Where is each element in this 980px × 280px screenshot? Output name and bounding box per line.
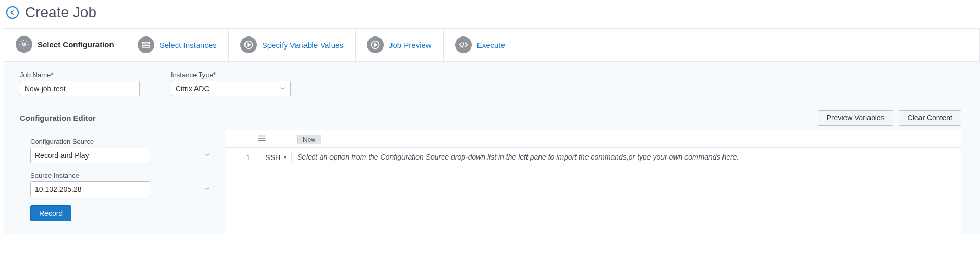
tab-label: Specify Variable Values <box>262 41 344 50</box>
form-group-job-name: Job Name* <box>20 71 140 96</box>
source-instance-select[interactable] <box>30 181 150 197</box>
chevron-down-icon <box>204 151 210 160</box>
job-name-label: Job Name* <box>20 71 140 79</box>
svg-rect-1 <box>142 42 149 44</box>
editor-tab-bar: New <box>226 130 961 148</box>
form-group-config-source: Configuration Source <box>30 138 215 163</box>
instance-type-label: Instance Type* <box>171 71 291 79</box>
page-title: Create Job <box>25 4 96 21</box>
editor-title: Configuration Editor <box>20 114 96 123</box>
editor-row: 1 SSH ▼ Select an option from the Config… <box>226 148 961 167</box>
arrow-left-icon <box>9 9 16 16</box>
back-button[interactable] <box>6 6 19 19</box>
editor-tab-new[interactable]: New <box>297 135 321 144</box>
record-button[interactable]: Record <box>30 205 71 221</box>
tab-label: Select Instances <box>160 41 217 50</box>
form-group-source-instance: Source Instance <box>30 172 215 197</box>
tab-specify-variable-values[interactable]: Specify Variable Values <box>229 29 356 61</box>
config-source-pane: Configuration Source Source Instance <box>20 130 226 234</box>
play-circle-icon <box>367 36 384 53</box>
play-circle-icon <box>240 36 257 53</box>
svg-rect-2 <box>142 46 149 47</box>
tab-label: Execute <box>477 41 505 50</box>
form-group-instance-type: Instance Type* <box>171 71 291 96</box>
job-name-input[interactable] <box>20 81 140 96</box>
tab-label: Job Preview <box>389 41 432 50</box>
command-editor: New 1 SSH ▼ Select an option from the Co… <box>226 130 961 234</box>
instances-icon <box>138 36 154 53</box>
form-row: Job Name* Instance Type* <box>20 71 964 96</box>
tab-execute[interactable]: Execute <box>444 29 517 61</box>
gear-icon <box>16 36 32 53</box>
svg-point-0 <box>23 43 26 46</box>
tab-select-instances[interactable]: Select Instances <box>126 29 229 61</box>
config-source-label: Configuration Source <box>30 138 215 145</box>
wizard-tabs: Select Configuration Select Instances Sp… <box>4 28 980 62</box>
chevron-down-icon <box>204 185 210 193</box>
config-source-select[interactable] <box>30 148 150 163</box>
tab-label: Select Configuration <box>38 40 114 49</box>
tab-select-configuration[interactable]: Select Configuration <box>4 29 126 61</box>
instance-type-select[interactable] <box>171 81 291 96</box>
source-instance-label: Source Instance <box>30 172 215 179</box>
protocol-selector[interactable]: SSH ▼ <box>261 152 292 163</box>
editor-body: Configuration Source Source Instance <box>20 130 964 234</box>
page-header: Create Job <box>0 0 980 28</box>
form-section: Job Name* Instance Type* Configuration E… <box>4 62 980 234</box>
tab-job-preview[interactable]: Job Preview <box>356 29 444 61</box>
editor-placeholder[interactable]: Select an option from the Configuration … <box>297 152 961 161</box>
line-number: 1 <box>240 152 255 163</box>
editor-bar: Configuration Editor Preview Variables C… <box>20 104 964 130</box>
protocol-label: SSH <box>265 153 280 162</box>
menu-icon[interactable] <box>257 135 266 143</box>
caret-down-icon: ▼ <box>283 155 287 160</box>
clear-content-button[interactable]: Clear Content <box>899 110 961 126</box>
editor-actions: Preview Variables Clear Content <box>818 110 961 126</box>
code-icon <box>455 36 472 53</box>
gutter-header <box>226 130 297 147</box>
editor-gutter: 1 SSH ▼ <box>226 152 297 163</box>
preview-variables-button[interactable]: Preview Variables <box>818 110 893 126</box>
